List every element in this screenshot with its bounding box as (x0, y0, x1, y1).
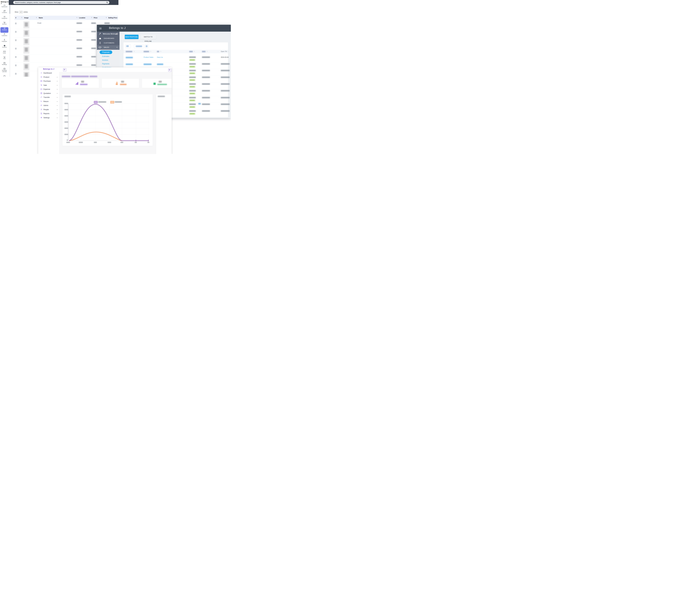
col-to-blurred[interactable] (157, 51, 159, 52)
sort-icon[interactable]: ⇅ (207, 51, 208, 52)
chevron-left-icon: ‹ (57, 104, 58, 106)
submenu-proposals-active[interactable]: Proposals (99, 50, 112, 54)
menu-dashboard[interactable]: Dashboard (38, 71, 59, 75)
menu-reports[interactable]: Reports ‹ (38, 112, 59, 116)
sidebar-item-categories[interactable]: Categories (0, 16, 9, 21)
wallet-icon (40, 88, 42, 90)
proposal-row[interactable]: Product Sales Gary Liu 2024-03-04 (123, 56, 228, 62)
col-selling-price[interactable]: Selling Price (108, 17, 117, 19)
list-icon (40, 76, 42, 78)
stat-card-sale-return (102, 79, 139, 88)
gavel-icon (99, 33, 101, 35)
sort-icon[interactable]: ⇅ (21, 17, 22, 18)
sidebar-item-customers[interactable]: Customers (0, 33, 9, 39)
sidebar-item-services[interactable]: Services (0, 21, 9, 27)
chevron-left-icon: ‹ (57, 76, 58, 78)
menu-purchase[interactable]: Purchase ‹ (38, 79, 59, 83)
chevron-left-icon: ‹ (57, 88, 58, 90)
col-location[interactable]: Location (79, 17, 85, 19)
proposals-titlebar: Belongs to J (97, 25, 231, 31)
nav-sales-expanded[interactable]: SALES (97, 45, 119, 50)
submenu-payments[interactable]: Payments (102, 63, 109, 65)
sort-icon[interactable]: ⇅ (134, 51, 135, 52)
chevron-left-icon: ‹ (57, 92, 58, 94)
sidebar-item-bookings-calendar[interactable]: Bookings Calendar (0, 68, 9, 75)
sort-icon[interactable]: ⇅ (227, 51, 228, 52)
menu-admin[interactable]: Admin ‹ (38, 104, 59, 108)
power-icon[interactable] (116, 33, 118, 35)
col-total-blurred[interactable] (189, 51, 193, 52)
sort-icon[interactable]: ⇅ (36, 17, 37, 18)
switch-to-pipeline-button[interactable]: SWITCH TO PIPELINE (140, 35, 156, 39)
menu-product[interactable]: Product ‹ (38, 75, 59, 79)
col-date-blurred[interactable] (202, 51, 206, 52)
col-name[interactable]: Name (39, 17, 43, 19)
icon-sidebar: Dashboard Locations Categories Services … (0, 4, 9, 77)
nav-dashboard[interactable]: DASHBOARD (97, 36, 119, 41)
sidebar-item-locations[interactable]: Locations (0, 10, 9, 16)
chevron-left-icon: ‹ (57, 109, 58, 111)
sidebar-item-pos[interactable]: POS (0, 56, 9, 62)
proposals-table-header: Open Till ⇅ ⇅ ⇅ ⇅ ⇅ ⇅ (123, 50, 228, 53)
col-price[interactable]: Price (94, 17, 97, 19)
export-buttons-group[interactable] (134, 44, 144, 48)
sidebar-item-extra[interactable] (0, 75, 9, 77)
calendar-title-blurred (158, 96, 165, 97)
sidebar-item-deals[interactable]: Deals (0, 50, 9, 56)
menu-sale[interactable]: Sale ‹ (38, 83, 59, 87)
menu-people[interactable]: People ‹ (38, 108, 59, 112)
undo-icon (40, 101, 42, 102)
menu-settings[interactable]: Settings ‹ (38, 116, 59, 120)
welcome-text-blurred (62, 75, 70, 77)
sort-icon[interactable]: ⇅ (91, 17, 92, 18)
sort-icon[interactable]: ⇅ (150, 51, 151, 52)
hamburger-menu-icon[interactable] (99, 27, 101, 30)
column-visibility-button[interactable] (145, 44, 148, 48)
proposal-to-link[interactable]: Gary Liu (157, 57, 163, 58)
col-proposal-number-blurred[interactable] (126, 51, 132, 52)
global-search-input[interactable]: Search location, category, service, cust… (13, 1, 109, 4)
search-icon[interactable] (106, 1, 108, 3)
handshake-icon (3, 50, 6, 52)
screenshot-stage: Belongs to J Search location, category, … (0, 0, 231, 154)
menu-transfer[interactable]: Transfer ‹ (38, 95, 59, 100)
sort-icon[interactable]: ⇅ (106, 17, 107, 18)
welcome-user-row[interactable]: Welcome Belongs (97, 32, 119, 36)
top-search-bar: Search location, category, service, cust… (9, 0, 118, 5)
col-open-till[interactable]: Open Till (221, 51, 227, 52)
new-proposal-button[interactable]: NEW PROPOSAL (125, 35, 138, 39)
menu-toggle-button[interactable] (63, 68, 66, 71)
submenu-invoices[interactable]: Invoices (102, 59, 108, 61)
sidebar-item-coupons[interactable]: Coupons (0, 45, 9, 50)
page-length-control[interactable] (125, 44, 131, 48)
list-icon (3, 16, 6, 18)
status-badge (189, 59, 196, 61)
col-subject-blurred[interactable] (143, 51, 149, 52)
menu-expense[interactable]: Expense ‹ (38, 87, 59, 91)
menu-quotation[interactable]: Quotation ‹ (38, 91, 59, 95)
sidebar-item-dashboard[interactable]: Dashboard (0, 4, 9, 9)
home-icon (99, 37, 101, 40)
sort-icon[interactable]: ⇅ (194, 51, 195, 52)
submenu-estimates[interactable]: Estimates (102, 56, 109, 57)
select-arrows-icon: ▲▼ (21, 11, 22, 13)
menu-return[interactable]: Return ‹ (38, 100, 59, 104)
sort-icon[interactable]: ⇅ (76, 17, 77, 18)
calendar-panel (156, 94, 171, 154)
sidebar-item-bookings[interactable]: Bookings (0, 62, 9, 67)
credit-card-icon (40, 80, 42, 82)
sidebar-item-products-active[interactable]: Products (0, 27, 8, 33)
sidebar-item-employee[interactable]: Employee (0, 39, 9, 44)
stat-label-blurred (80, 84, 88, 85)
scrollbar-track[interactable] (9, 5, 10, 77)
scrollbar-thumb[interactable] (9, 5, 10, 14)
product-name-prefix: Single (37, 22, 42, 24)
fullscreen-button[interactable] (168, 68, 171, 72)
page-size-select[interactable]: 10 ▲▼ (19, 11, 23, 14)
col-number[interactable]: # (15, 17, 16, 19)
user-icon (99, 42, 101, 44)
proposal-subject-link[interactable]: Product Sales (143, 57, 154, 58)
nav-customers[interactable]: CUSTOMERS (97, 41, 119, 45)
sort-icon[interactable]: ⇅ (160, 51, 161, 52)
col-image[interactable]: Image (24, 17, 28, 19)
